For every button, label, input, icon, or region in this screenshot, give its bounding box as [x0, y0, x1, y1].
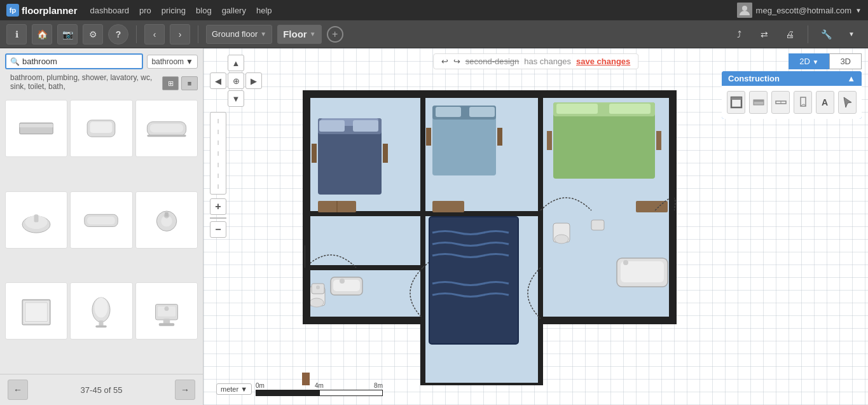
scale-label-4: 4m [315, 382, 324, 389]
pan-up-button[interactable]: ▲ [228, 55, 244, 71]
search-input[interactable] [22, 57, 138, 66]
network-button[interactable]: ⇄ [754, 24, 775, 45]
view-mode-toggle: 2D ▼ 3D [789, 53, 862, 69]
item-image [144, 106, 189, 151]
zoom-in-button[interactable]: + [210, 198, 226, 215]
select-tool[interactable] [838, 91, 857, 114]
nav-help[interactable]: help [256, 6, 272, 15]
scale-bar: meter ▼ 0m 4m 8m [216, 382, 383, 396]
add-floor-button[interactable]: + [327, 26, 343, 43]
svg-rect-67 [609, 104, 651, 114]
pan-left-button[interactable]: ◀ [210, 72, 226, 89]
wall-tool[interactable] [727, 91, 745, 114]
next-page-button[interactable]: → [175, 380, 195, 400]
svg-rect-68 [547, 131, 552, 150]
zoom-out-button[interactable]: − [210, 221, 226, 238]
prev-page-button[interactable]: ← [8, 380, 28, 400]
ruler: | | | | | | | [210, 112, 226, 195]
unit-dropdown[interactable]: meter ▼ [216, 383, 252, 395]
unit-label: meter [221, 385, 238, 393]
photo-button[interactable]: 📷 [57, 24, 78, 45]
svg-point-22 [95, 298, 108, 318]
wrench-button[interactable]: 🔧 [816, 24, 836, 45]
nav-pricing[interactable]: pricing [162, 6, 186, 15]
list-item[interactable] [70, 282, 132, 340]
svg-rect-97 [541, 317, 674, 322]
list-item[interactable] [5, 191, 67, 249]
item-image [144, 198, 189, 242]
search-icon: 🔍 [10, 57, 20, 66]
share-icon: ⤴ [737, 29, 741, 39]
construction-collapse-icon[interactable]: ▲ [847, 74, 855, 83]
grid-view-button[interactable]: ⊞ [162, 76, 179, 90]
nav-left-button[interactable]: ‹ [144, 24, 165, 45]
notification-text-2: has changes [524, 57, 571, 66]
undo-icon[interactable]: ↩ [441, 57, 448, 66]
construction-title: Construction [728, 74, 780, 83]
print-button[interactable]: 🖨 [780, 24, 800, 45]
construction-header[interactable]: Construction ▲ [722, 71, 862, 86]
window-tool[interactable] [771, 91, 790, 114]
nav-blog[interactable]: blog [196, 6, 212, 15]
svg-rect-76 [333, 280, 360, 291]
redo-icon[interactable]: ↪ [453, 57, 460, 66]
notification-bar: ↩ ↪ second-design has changes save chang… [433, 53, 639, 69]
item-image [79, 106, 123, 151]
toolbar-sep-right [808, 25, 808, 43]
more-button[interactable]: ▼ [841, 24, 862, 45]
home-button[interactable]: 🏠 [32, 24, 52, 45]
canvas-area[interactable]: ▲ ◀ ⊕ ▶ ▼ | | | | | | | + − [203, 48, 868, 405]
user-dropdown-arrow: ▼ [855, 7, 862, 14]
svg-rect-19 [24, 301, 49, 322]
view-dropdown-arrow: ▼ [310, 31, 316, 38]
svg-rect-95 [669, 93, 674, 322]
left-panel: 🔍 bathroom ▼ bathroom, plumbing, shower,… [0, 48, 203, 405]
nav-right-button[interactable]: › [170, 24, 190, 45]
share-button[interactable]: ⤴ [729, 24, 749, 45]
svg-rect-93 [305, 93, 674, 98]
scale-bar-graphic [256, 390, 383, 396]
floor-tool[interactable] [749, 91, 768, 114]
info-button[interactable]: ℹ [6, 24, 27, 45]
svg-rect-24 [96, 326, 107, 328]
list-item[interactable] [5, 100, 67, 157]
search-tags: bathroom, plumbing, shower, lavatory, wc… [5, 72, 162, 95]
nav-pro[interactable]: pro [139, 6, 151, 15]
list-item[interactable] [135, 100, 198, 157]
gear-button[interactable]: ⚙ [83, 24, 103, 45]
list-view-button[interactable]: ≡ [181, 76, 198, 90]
2d-view-button[interactable]: 2D ▼ [789, 53, 829, 69]
svg-rect-66 [556, 104, 598, 114]
category-label: bathroom [151, 57, 184, 66]
floor-plan-svg[interactable] [242, 80, 687, 385]
save-changes-link[interactable]: save changes [576, 57, 630, 66]
nav-dashboard[interactable]: dashboard [90, 6, 129, 15]
floor-dropdown[interactable]: Ground floor ▼ [206, 25, 272, 44]
3d-view-button[interactable]: 3D [829, 53, 862, 69]
list-item[interactable] [135, 191, 198, 249]
toolbar: ℹ 🏠 📷 ⚙ ? ‹ › Ground floor ▼ Floor ▼ + ⤴… [0, 20, 868, 48]
svg-rect-52 [312, 144, 317, 163]
list-item[interactable] [70, 191, 132, 249]
user-area[interactable]: meg_escott@hotmail.com ▼ [737, 3, 862, 18]
list-item[interactable] [70, 100, 132, 157]
view-label: Floor [283, 29, 307, 39]
help-button[interactable]: ? [108, 24, 128, 45]
svg-rect-3 [20, 124, 53, 127]
nav-gallery[interactable]: gallery [222, 6, 246, 15]
svg-marker-107 [844, 97, 851, 107]
view-dropdown[interactable]: Floor ▼ [277, 25, 321, 44]
app-logo[interactable]: fp floorplanner [6, 4, 78, 17]
network-icon: ⇄ [761, 29, 768, 39]
door-tool[interactable] [794, 91, 812, 114]
search-bar: 🔍 bathroom ▼ [0, 48, 203, 72]
photo-icon: 📷 [62, 29, 73, 39]
text-tool[interactable]: A [816, 91, 834, 114]
user-avatar [737, 3, 752, 18]
category-dropdown[interactable]: bathroom ▼ [147, 55, 198, 69]
construction-panel: Construction ▲ A [722, 71, 862, 119]
list-item[interactable] [135, 282, 198, 340]
svg-rect-63 [497, 128, 502, 146]
list-item[interactable] [5, 282, 67, 340]
search-input-wrap[interactable]: 🔍 [5, 53, 143, 69]
